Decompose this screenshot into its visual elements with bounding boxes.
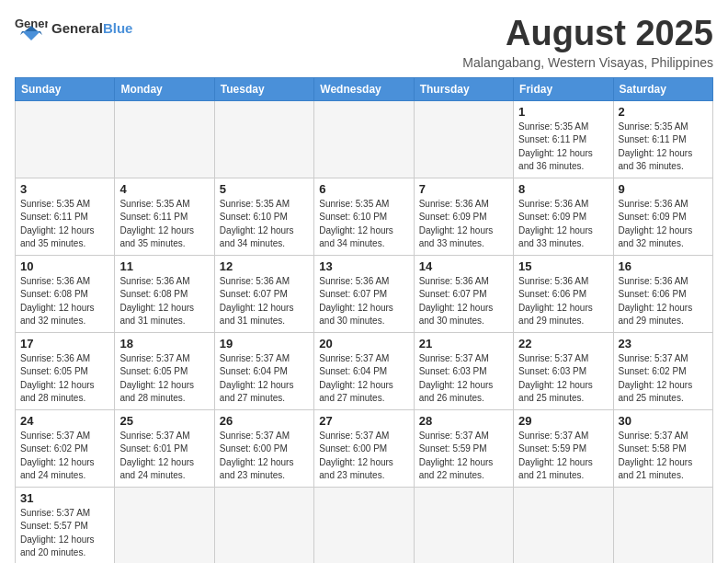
day-15: 15 Sunrise: 5:36 AMSunset: 6:06 PMDaylig… <box>514 255 613 332</box>
calendar-row-6: 31 Sunrise: 5:37 AMSunset: 5:57 PMDaylig… <box>16 487 713 563</box>
day-10: 10 Sunrise: 5:36 AMSunset: 6:08 PMDaylig… <box>16 255 115 332</box>
day-31: 31 Sunrise: 5:37 AMSunset: 5:57 PMDaylig… <box>16 487 115 563</box>
location: Malangabang, Western Visayas, Philippine… <box>462 55 713 70</box>
header-tuesday: Tuesday <box>214 77 313 100</box>
page-header: General GeneralBlue August 2025 Malangab… <box>15 15 713 70</box>
day-29: 29 Sunrise: 5:37 AMSunset: 5:59 PMDaylig… <box>514 409 613 487</box>
day-24: 24 Sunrise: 5:37 AMSunset: 6:02 PMDaylig… <box>16 409 115 487</box>
header-monday: Monday <box>115 77 214 100</box>
empty-cell <box>115 487 214 563</box>
empty-cell <box>414 487 513 563</box>
empty-cell <box>414 100 513 178</box>
svg-marker-1 <box>22 31 40 40</box>
header-saturday: Saturday <box>613 77 712 100</box>
empty-cell <box>314 487 414 563</box>
day-12: 12 Sunrise: 5:36 AMSunset: 6:07 PMDaylig… <box>214 255 313 332</box>
day-27: 27 Sunrise: 5:37 AMSunset: 6:00 PMDaylig… <box>314 409 414 487</box>
calendar-row-1: 1 Sunrise: 5:35 AMSunset: 6:11 PMDayligh… <box>16 100 713 178</box>
empty-cell <box>613 487 712 563</box>
calendar-row-4: 17 Sunrise: 5:36 AMSunset: 6:05 PMDaylig… <box>16 332 713 409</box>
day-18: 18 Sunrise: 5:37 AMSunset: 6:05 PMDaylig… <box>115 332 214 409</box>
day-21: 21 Sunrise: 5:37 AMSunset: 6:03 PMDaylig… <box>414 332 513 409</box>
empty-cell <box>214 487 313 563</box>
day-6: 6 Sunrise: 5:35 AMSunset: 6:10 PMDayligh… <box>314 178 414 255</box>
empty-cell <box>214 100 313 178</box>
empty-cell <box>16 100 115 178</box>
day-26: 26 Sunrise: 5:37 AMSunset: 6:00 PMDaylig… <box>214 409 313 487</box>
generalblue-logo-icon: General <box>15 15 48 40</box>
month-title: August 2025 <box>462 15 713 53</box>
calendar-table: Sunday Monday Tuesday Wednesday Thursday… <box>15 77 713 563</box>
day-22: 22 Sunrise: 5:37 AMSunset: 6:03 PMDaylig… <box>514 332 613 409</box>
day-4: 4 Sunrise: 5:35 AMSunset: 6:11 PMDayligh… <box>115 178 214 255</box>
calendar-row-5: 24 Sunrise: 5:37 AMSunset: 6:02 PMDaylig… <box>16 409 713 487</box>
day-1: 1 Sunrise: 5:35 AMSunset: 6:11 PMDayligh… <box>514 100 613 178</box>
day-28: 28 Sunrise: 5:37 AMSunset: 5:59 PMDaylig… <box>414 409 513 487</box>
day-30: 30 Sunrise: 5:37 AMSunset: 5:58 PMDaylig… <box>613 409 712 487</box>
title-block: August 2025 Malangabang, Western Visayas… <box>462 15 713 70</box>
day-23: 23 Sunrise: 5:37 AMSunset: 6:02 PMDaylig… <box>613 332 712 409</box>
header-thursday: Thursday <box>414 77 513 100</box>
header-friday: Friday <box>514 77 613 100</box>
day-5: 5 Sunrise: 5:35 AMSunset: 6:10 PMDayligh… <box>214 178 313 255</box>
weekday-header-row: Sunday Monday Tuesday Wednesday Thursday… <box>16 77 713 100</box>
empty-cell <box>314 100 414 178</box>
logo-text: GeneralBlue <box>51 21 132 35</box>
empty-cell <box>514 487 613 563</box>
day-13: 13 Sunrise: 5:36 AMSunset: 6:07 PMDaylig… <box>314 255 414 332</box>
header-wednesday: Wednesday <box>314 77 414 100</box>
day-25: 25 Sunrise: 5:37 AMSunset: 6:01 PMDaylig… <box>115 409 214 487</box>
day-17: 17 Sunrise: 5:36 AMSunset: 6:05 PMDaylig… <box>16 332 115 409</box>
day-14: 14 Sunrise: 5:36 AMSunset: 6:07 PMDaylig… <box>414 255 513 332</box>
day-9: 9 Sunrise: 5:36 AMSunset: 6:09 PMDayligh… <box>613 178 712 255</box>
header-sunday: Sunday <box>16 77 115 100</box>
empty-cell <box>115 100 214 178</box>
day-20: 20 Sunrise: 5:37 AMSunset: 6:04 PMDaylig… <box>314 332 414 409</box>
logo: General GeneralBlue <box>15 15 132 40</box>
day-16: 16 Sunrise: 5:36 AMSunset: 6:06 PMDaylig… <box>613 255 712 332</box>
day-8: 8 Sunrise: 5:36 AMSunset: 6:09 PMDayligh… <box>514 178 613 255</box>
calendar-row-3: 10 Sunrise: 5:36 AMSunset: 6:08 PMDaylig… <box>16 255 713 332</box>
day-19: 19 Sunrise: 5:37 AMSunset: 6:04 PMDaylig… <box>214 332 313 409</box>
calendar-row-2: 3 Sunrise: 5:35 AMSunset: 6:11 PMDayligh… <box>16 178 713 255</box>
day-7: 7 Sunrise: 5:36 AMSunset: 6:09 PMDayligh… <box>414 178 513 255</box>
day-11: 11 Sunrise: 5:36 AMSunset: 6:08 PMDaylig… <box>115 255 214 332</box>
day-3: 3 Sunrise: 5:35 AMSunset: 6:11 PMDayligh… <box>16 178 115 255</box>
day-2: 2 Sunrise: 5:35 AMSunset: 6:11 PMDayligh… <box>613 100 712 178</box>
